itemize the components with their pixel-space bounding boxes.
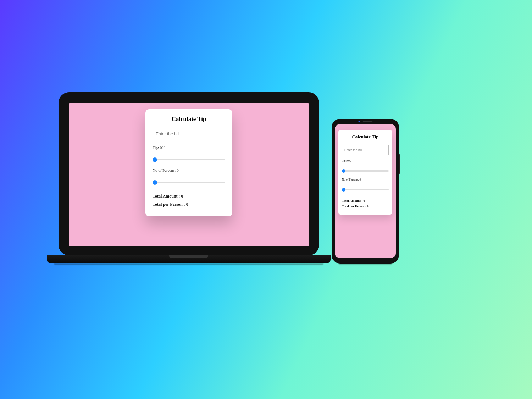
persons-label: No of Persons: 0 [342,178,389,181]
tip-slider[interactable] [153,159,225,160]
card-title: Calculate Tip [153,116,225,123]
tip-percent-label: Tip: 0% [153,145,225,150]
bill-input[interactable] [153,128,225,140]
laptop-screen: Calculate Tip Tip: 0% No of Persons: 0 T… [69,103,309,246]
laptop-bezel: Calculate Tip Tip: 0% No of Persons: 0 T… [59,92,319,255]
persons-label: No of Persons: 0 [153,168,225,172]
phone-mockup: Calculate Tip Tip: 0% No of Persons: 0 T… [332,119,399,265]
phone-speaker-icon [362,121,372,122]
tip-slider[interactable] [342,170,389,172]
tip-calculator-card: Calculate Tip Tip: 0% No of Persons: 0 T… [338,130,392,215]
laptop-shadow [54,263,323,265]
bill-input[interactable] [342,145,389,155]
total-amount-result: Total Amount : 0 [153,194,225,199]
tip-calculator-card: Calculate Tip Tip: 0% No of Persons: 0 T… [145,109,232,216]
phone-screen: Calculate Tip Tip: 0% No of Persons: 0 T… [335,124,396,258]
total-amount-result: Total Amount : 0 [342,199,389,203]
total-per-person-result: Total per Person : 0 [342,205,389,208]
card-title: Calculate Tip [342,134,389,140]
phone-notch [358,121,373,122]
total-per-person-result: Total per Person : 0 [153,202,225,207]
laptop-mockup: Calculate Tip Tip: 0% No of Persons: 0 T… [59,92,331,265]
phone-shadow [339,264,392,265]
phone-camera-icon [358,121,360,122]
laptop-base [47,255,331,263]
phone-bezel: Calculate Tip Tip: 0% No of Persons: 0 T… [332,119,399,264]
persons-slider[interactable] [342,189,389,190]
persons-slider[interactable] [153,182,225,183]
tip-percent-label: Tip: 0% [342,159,389,162]
